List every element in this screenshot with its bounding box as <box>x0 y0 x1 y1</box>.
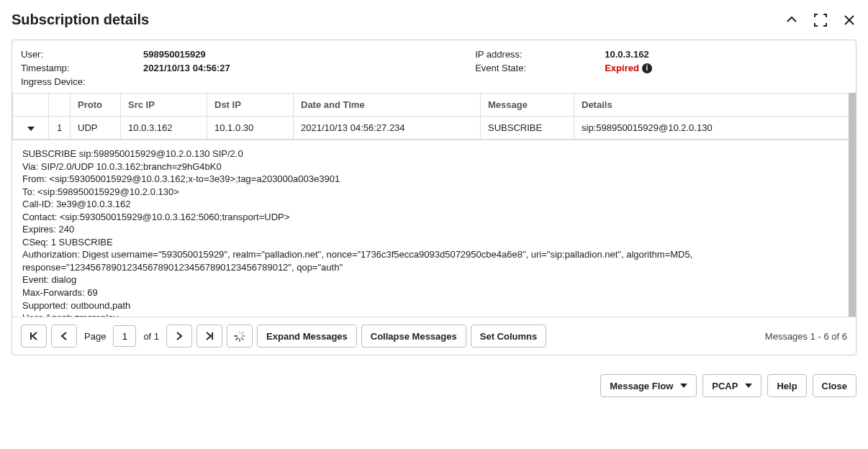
pcap-label: PCAP <box>712 381 738 391</box>
close-icon[interactable] <box>842 13 856 27</box>
info-icon[interactable]: i <box>642 63 652 73</box>
refresh-button[interactable] <box>227 325 253 348</box>
col-expand <box>13 94 49 117</box>
message-body: SUBSCRIBE sip:598950015929@10.2.0.130 SI… <box>12 140 856 317</box>
expand-messages-button[interactable]: Expand Messages <box>257 325 357 348</box>
col-src[interactable]: Src IP <box>121 94 207 117</box>
row-proto: UDP <box>71 117 121 140</box>
last-page-button[interactable] <box>196 325 222 348</box>
page-of-label: of 1 <box>140 331 162 342</box>
page-input[interactable] <box>113 325 136 347</box>
table-scrollbar[interactable] <box>849 93 856 317</box>
ip-value: 10.0.3.162 <box>605 49 677 60</box>
ingress-label: Ingress Device: <box>21 76 114 87</box>
row-num: 1 <box>49 117 71 140</box>
prev-page-button[interactable] <box>51 325 77 348</box>
table-row[interactable]: 1 UDP 10.0.3.162 10.1.0.30 2021/10/13 04… <box>13 117 856 140</box>
set-columns-button[interactable]: Set Columns <box>471 325 546 348</box>
row-dst: 10.1.0.30 <box>207 117 294 140</box>
col-details[interactable]: Details <box>574 94 856 117</box>
state-label: Event State: <box>475 63 576 73</box>
row-message: SUBSCRIBE <box>481 117 574 140</box>
close-button[interactable]: Close <box>813 374 856 397</box>
first-page-button[interactable] <box>21 325 47 348</box>
pager-status: Messages 1 - 6 of 6 <box>765 331 847 342</box>
user-value: 598950015929 <box>143 49 323 60</box>
col-num <box>49 94 71 117</box>
timestamp-value: 2021/10/13 04:56:27 <box>143 63 323 73</box>
collapse-icon[interactable] <box>785 13 799 27</box>
collapse-messages-button[interactable]: Collapse Messages <box>361 325 466 348</box>
page-label: Page <box>81 331 109 342</box>
row-src: 10.0.3.162 <box>121 117 207 140</box>
col-proto[interactable]: Proto <box>71 94 121 117</box>
chevron-down-icon <box>745 384 752 388</box>
details-panel: User: Timestamp: Ingress Device: 5989500… <box>12 40 856 355</box>
timestamp-label: Timestamp: <box>21 63 114 73</box>
next-page-button[interactable] <box>166 325 192 348</box>
message-flow-label: Message Flow <box>610 381 673 391</box>
pcap-button[interactable]: PCAP <box>702 374 761 397</box>
message-flow-button[interactable]: Message Flow <box>600 374 697 397</box>
spinner-icon <box>234 330 245 342</box>
col-date[interactable]: Date and Time <box>294 94 481 117</box>
messages-table: Proto Src IP Dst IP Date and Time Messag… <box>12 93 856 140</box>
col-dst[interactable]: Dst IP <box>207 94 294 117</box>
user-label: User: <box>21 49 114 60</box>
row-date: 2021/10/13 04:56:27.234 <box>294 117 481 140</box>
page-title: Subscription details <box>12 12 149 28</box>
help-button[interactable]: Help <box>767 374 806 397</box>
row-collapse-icon[interactable] <box>27 127 35 131</box>
col-message[interactable]: Message <box>481 94 574 117</box>
chevron-down-icon <box>680 384 687 388</box>
ip-label: IP address: <box>475 49 576 60</box>
row-details: sip:598950015929@10.2.0.130 <box>574 117 856 140</box>
fullscreen-icon[interactable] <box>813 13 828 27</box>
state-value: Expired i <box>605 63 677 73</box>
